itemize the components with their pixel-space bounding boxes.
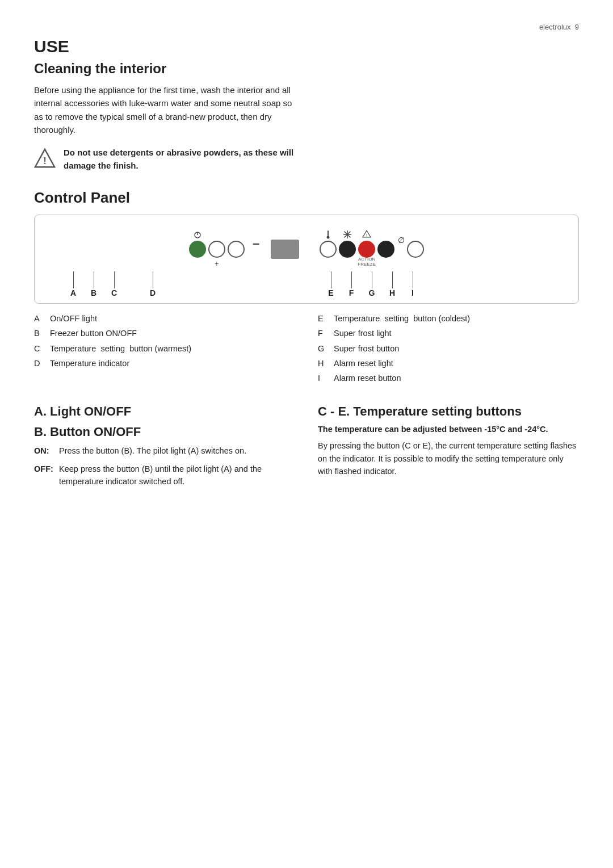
element-b: + bbox=[208, 230, 225, 258]
bottom-right-col: C - E. Temperature setting buttons The t… bbox=[318, 404, 579, 493]
label-d: D bbox=[150, 288, 156, 297]
right-cluster: ! ACTIONFREEZE ∅ bbox=[320, 230, 424, 258]
warning-box: ! Do not use detergents or abrasive powd… bbox=[34, 146, 295, 172]
alarm-reset-light-h bbox=[377, 241, 394, 258]
label-f: F bbox=[349, 288, 354, 297]
super-frost-light-f bbox=[339, 241, 356, 258]
label-c: C bbox=[111, 288, 117, 297]
power-icon bbox=[194, 230, 201, 239]
def-c: C Temperature setting button (warmest) bbox=[34, 343, 295, 354]
label-a: A bbox=[70, 288, 76, 297]
defs-left: A On/OFF light B Freezer button ON/OFF C… bbox=[34, 313, 295, 387]
button-on-off-title: B. Button ON/OFF bbox=[34, 425, 295, 439]
cleaning-title: Cleaning the interior bbox=[34, 61, 579, 77]
alarm-reset-button-i[interactable] bbox=[407, 241, 424, 258]
temp-setting-body: By pressing the button (C or E), the cur… bbox=[318, 439, 579, 477]
on-off-list: ON: Press the button (B). The pilot ligh… bbox=[34, 445, 295, 488]
left-cluster: + – bbox=[189, 229, 303, 259]
off-item: OFF: Keep press the button (B) until the… bbox=[34, 463, 295, 488]
element-g: ! ACTIONFREEZE bbox=[358, 230, 375, 258]
bottom-left-col: A. Light ON/OFF B. Button ON/OFF ON: Pre… bbox=[34, 404, 295, 493]
svg-rect-4 bbox=[328, 230, 329, 236]
element-d bbox=[267, 229, 303, 259]
def-g: G Super frost button bbox=[318, 343, 579, 354]
svg-text:!: ! bbox=[43, 156, 47, 166]
thermometer-icon-e bbox=[326, 230, 330, 239]
section-title: USE bbox=[34, 37, 579, 56]
def-h: H Alarm reset light bbox=[318, 358, 579, 369]
brand-name: electrolux bbox=[539, 23, 571, 31]
on-label: ON: bbox=[34, 445, 53, 458]
bottom-section: A. Light ON/OFF B. Button ON/OFF ON: Pre… bbox=[34, 404, 579, 493]
warning-small-icon-g: ! bbox=[362, 230, 371, 239]
temp-button-e[interactable] bbox=[320, 241, 337, 258]
def-f: F Super frost light bbox=[318, 328, 579, 339]
super-frost-button-g[interactable] bbox=[358, 241, 375, 258]
minus-separator: – bbox=[253, 236, 259, 251]
control-panel-diagram: + – bbox=[34, 215, 579, 304]
temp-button-c[interactable] bbox=[228, 241, 245, 258]
element-f bbox=[339, 230, 356, 258]
temp-indicator-d bbox=[271, 240, 299, 259]
control-panel-title: Control Panel bbox=[34, 189, 579, 207]
light-on-off-title: A. Light ON/OFF bbox=[34, 404, 295, 419]
label-e: E bbox=[328, 288, 333, 297]
def-d: D Temperature indicator bbox=[34, 358, 295, 369]
on-text: Press the button (B). The pilot light (A… bbox=[59, 445, 246, 458]
def-e: E Temperature setting button (coldest) bbox=[318, 313, 579, 324]
label-g: G bbox=[369, 288, 375, 297]
element-c bbox=[228, 230, 245, 258]
off-label: OFF: bbox=[34, 463, 53, 488]
def-i: I Alarm reset button bbox=[318, 372, 579, 384]
freezer-button-b[interactable] bbox=[208, 241, 225, 258]
definitions-container: A On/OFF light B Freezer button ON/OFF C… bbox=[34, 313, 579, 387]
label-b: B bbox=[91, 288, 96, 297]
warning-icon: ! bbox=[34, 148, 56, 169]
svg-text:!: ! bbox=[366, 233, 367, 237]
page-header: electrolux 9 bbox=[34, 23, 579, 31]
page-number: 9 bbox=[575, 23, 579, 31]
action-freeze-label: ACTIONFREEZE bbox=[358, 257, 376, 267]
panel-elements: + – bbox=[46, 223, 567, 264]
on-item: ON: Press the button (B). The pilot ligh… bbox=[34, 445, 295, 458]
element-e bbox=[320, 230, 337, 258]
element-a bbox=[189, 230, 206, 258]
off-text: Keep press the button (B) until the pilo… bbox=[59, 463, 295, 488]
element-h: ∅ bbox=[377, 230, 394, 258]
on-off-light-a bbox=[189, 241, 206, 258]
defs-right: E Temperature setting button (coldest) F… bbox=[318, 313, 579, 387]
label-i: I bbox=[412, 288, 414, 297]
temp-setting-intro: The temperature can be adjusted between … bbox=[318, 425, 579, 434]
def-b: B Freezer button ON/OFF bbox=[34, 328, 295, 339]
temp-setting-title: C - E. Temperature setting buttons bbox=[318, 404, 579, 419]
label-h: H bbox=[389, 288, 395, 297]
warning-text: Do not use detergents or abrasive powder… bbox=[64, 146, 295, 172]
element-i bbox=[407, 230, 424, 258]
def-a: A On/OFF light bbox=[34, 313, 295, 324]
cleaning-intro: Before using the appliance for the first… bbox=[34, 83, 295, 136]
svg-point-5 bbox=[327, 236, 330, 238]
snowflake-icon-f bbox=[343, 230, 352, 239]
